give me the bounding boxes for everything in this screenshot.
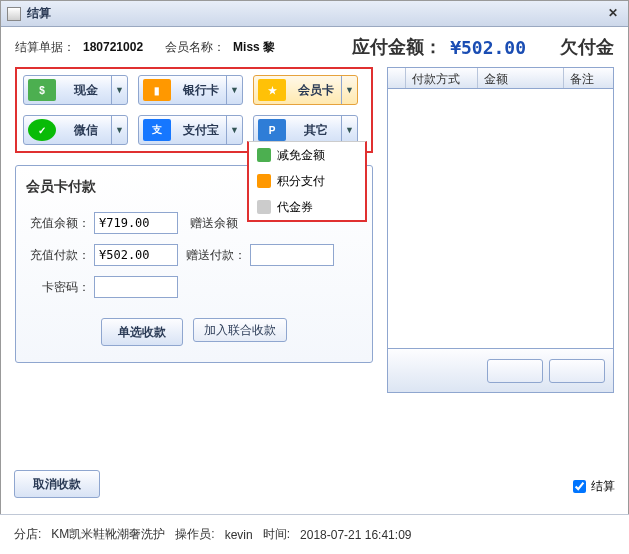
balance-label: 充值余额：	[26, 215, 90, 232]
table-btn-1[interactable]	[487, 359, 543, 383]
member-label: 会员名称：	[165, 39, 225, 56]
pay-other-label: 其它	[290, 122, 341, 139]
settle-checkbox[interactable]	[573, 480, 586, 493]
balance-input[interactable]	[94, 212, 178, 234]
pay-bank-button[interactable]: ▮ 银行卡 ▼	[138, 75, 243, 105]
menu-reduce-label: 减免金额	[277, 147, 325, 164]
membercard-icon: ★	[258, 79, 286, 101]
col-amount: 金额	[478, 68, 564, 88]
other-dropdown: 减免金额 积分支付 代金券	[247, 141, 367, 222]
chevron-down-icon[interactable]: ▼	[341, 116, 357, 144]
col-method: 付款方式	[406, 68, 478, 88]
order-label: 结算单据：	[15, 39, 75, 56]
wechat-icon: ✓	[28, 119, 56, 141]
table-footer	[387, 349, 614, 393]
titlebar: 结算 ✕	[1, 1, 628, 27]
pwd-label: 卡密码：	[26, 279, 90, 296]
pay-label: 充值付款：	[26, 247, 90, 264]
due-label: 应付金额：	[352, 35, 442, 59]
bankcard-icon: ▮	[143, 79, 171, 101]
col-blank	[388, 68, 406, 88]
other-icon: P	[258, 119, 286, 141]
reduce-icon	[257, 148, 271, 162]
chevron-down-icon[interactable]: ▼	[111, 116, 127, 144]
payment-methods-box: $ 现金 ▼ ▮ 银行卡 ▼ ★ 会员卡 ▼ ✓ 微信 ▼ 支 支付宝	[15, 67, 373, 153]
chevron-down-icon[interactable]: ▼	[226, 76, 242, 104]
close-icon[interactable]: ✕	[604, 5, 622, 23]
pay-alipay-label: 支付宝	[175, 122, 226, 139]
op-value: kevin	[225, 528, 253, 542]
shop-label: 分店:	[14, 526, 41, 543]
op-label: 操作员:	[175, 526, 214, 543]
menu-reduce[interactable]: 减免金额	[249, 142, 365, 168]
table-btn-2[interactable]	[549, 359, 605, 383]
pay-input[interactable]	[94, 244, 178, 266]
pay-card-label: 会员卡	[290, 82, 341, 99]
pay-cash-label: 现金	[60, 82, 111, 99]
table-body	[387, 89, 614, 349]
cash-icon: $	[28, 79, 56, 101]
chevron-down-icon[interactable]: ▼	[226, 116, 242, 144]
table-header: 付款方式 金额 备注	[387, 67, 614, 89]
status-bar: 分店: KM凯米鞋靴潮奢洗护 操作员: kevin 时间: 2018-07-21…	[0, 514, 629, 554]
pay-membercard-button[interactable]: ★ 会员卡 ▼	[253, 75, 358, 105]
owe-label: 欠付金	[560, 35, 614, 59]
voucher-icon	[257, 200, 271, 214]
alipay-icon: 支	[143, 119, 171, 141]
settle-checkbox-label: 结算	[591, 478, 615, 495]
chevron-down-icon[interactable]: ▼	[111, 76, 127, 104]
pay-wechat-label: 微信	[60, 122, 111, 139]
col-note: 备注	[564, 68, 613, 88]
time-value: 2018-07-21 16:41:09	[300, 528, 411, 542]
menu-points-label: 积分支付	[277, 173, 325, 190]
bonus-pay-label: 赠送付款：	[182, 247, 246, 264]
cancel-collect-button[interactable]: 取消收款	[14, 470, 100, 498]
pay-alipay-button[interactable]: 支 支付宝 ▼	[138, 115, 243, 145]
window-title: 结算	[27, 5, 51, 22]
order-value: 180721002	[83, 40, 143, 54]
pay-cash-button[interactable]: $ 现金 ▼	[23, 75, 128, 105]
info-row: 结算单据： 180721002 会员名称： Miss 黎 应付金额： ¥502.…	[1, 27, 628, 67]
app-icon	[7, 7, 21, 21]
menu-voucher-label: 代金券	[277, 199, 313, 216]
time-label: 时间:	[263, 526, 290, 543]
single-collect-button[interactable]: 单选收款	[101, 318, 183, 346]
chevron-down-icon[interactable]: ▼	[341, 76, 357, 104]
due-value: ¥502.00	[450, 37, 526, 58]
union-collect-button[interactable]: 加入联合收款	[193, 318, 287, 342]
menu-voucher[interactable]: 代金券	[249, 194, 365, 220]
bonus-balance-label: 赠送余额	[182, 215, 238, 232]
bonus-pay-input[interactable]	[250, 244, 334, 266]
pwd-input[interactable]	[94, 276, 178, 298]
member-value: Miss 黎	[233, 39, 275, 56]
shop-value: KM凯米鞋靴潮奢洗护	[51, 526, 165, 543]
menu-points[interactable]: 积分支付	[249, 168, 365, 194]
pay-wechat-button[interactable]: ✓ 微信 ▼	[23, 115, 128, 145]
points-icon	[257, 174, 271, 188]
pay-bank-label: 银行卡	[175, 82, 226, 99]
